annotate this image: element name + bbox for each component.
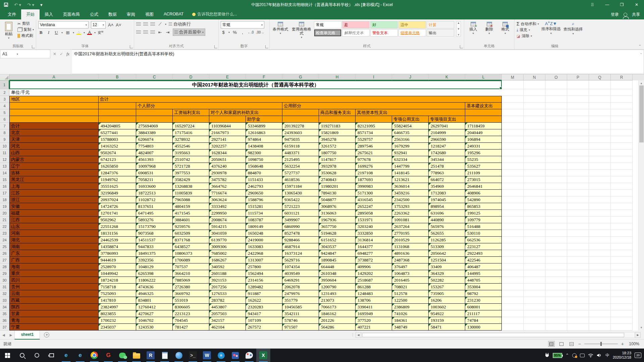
zoom-slider-thumb[interactable] (600, 342, 602, 346)
value-cell[interactable]: 32196849 (99, 190, 136, 196)
column-header-C[interactable]: C (136, 74, 173, 80)
region-cell[interactable]: 内蒙古 (9, 156, 99, 163)
value-cell[interactable]: 1807750 (319, 149, 356, 156)
empty-cell[interactable] (611, 103, 633, 109)
value-cell[interactable]: 195296 (465, 149, 502, 156)
empty-cell[interactable] (589, 237, 611, 243)
empty-cell[interactable] (589, 277, 611, 284)
value-cell[interactable]: 12847376 (99, 170, 136, 176)
value-cell[interactable]: 4039549 (282, 270, 319, 277)
value-cell[interactable]: 1046702 (136, 317, 173, 324)
value-cell[interactable]: 4483371 (282, 149, 319, 156)
empty-cell[interactable] (611, 129, 633, 136)
empty-cell[interactable] (611, 183, 633, 190)
increase-decimal-icon[interactable]: ←.0 (248, 31, 254, 34)
empty-cell[interactable] (589, 136, 611, 143)
column-header-H[interactable]: H (319, 74, 356, 80)
accounting-format-icon[interactable]: $ (221, 30, 226, 35)
value-cell[interactable]: 8371768 (173, 237, 209, 243)
region-cell[interactable]: 浙江 (9, 196, 99, 203)
empty-cell[interactable] (567, 103, 589, 109)
value-cell[interactable]: 12701741 (99, 210, 136, 217)
increase-indent-icon[interactable]: ⇥ (165, 30, 170, 35)
value-cell[interactable]: 7158718 (99, 284, 136, 290)
empty-header-cell[interactable] (465, 116, 502, 123)
empty-cell[interactable] (611, 89, 633, 96)
empty-cell[interactable] (611, 136, 633, 143)
region-cell[interactable]: 宁夏 (9, 324, 99, 330)
value-cell[interactable]: 1562494 (246, 270, 282, 277)
empty-cell[interactable] (589, 270, 611, 277)
column-header-P[interactable]: P (567, 74, 589, 80)
empty-cell[interactable] (545, 149, 567, 156)
value-cell[interactable]: 2263362 (392, 210, 429, 217)
value-cell[interactable]: 3136814 (356, 237, 392, 243)
empty-cell[interactable] (502, 270, 524, 277)
empty-cell[interactable] (524, 317, 545, 324)
find-select-button[interactable]: ⌕ 查找和选择▾ (563, 21, 583, 35)
value-cell[interactable]: 53346899 (246, 123, 282, 129)
header-cell[interactable]: 专项公用支出 (392, 116, 429, 123)
empty-cell[interactable] (524, 237, 545, 243)
value-cell[interactable]: 1074354 (282, 263, 319, 270)
value-cell[interactable]: 7058211 (136, 176, 173, 183)
empty-cell[interactable] (545, 109, 567, 116)
row-header-33[interactable]: 33 (0, 297, 9, 304)
row-header-29[interactable]: 29 (0, 270, 9, 277)
value-cell[interactable]: 3990983 (356, 183, 392, 190)
value-cell[interactable]: 2652247 (356, 203, 392, 210)
value-cell[interactable]: 4824007 (136, 149, 173, 156)
empty-cell[interactable] (524, 263, 545, 270)
value-cell[interactable]: 1588796 (246, 196, 282, 203)
horizontal-scrollbar[interactable]: ◀ ▶ (356, 332, 641, 338)
value-cell[interactable]: 231230 (465, 297, 502, 304)
row-header-27[interactable]: 27 (0, 257, 9, 263)
value-cell[interactable]: 16373124 (282, 250, 319, 257)
value-cell[interactable]: 664072 (429, 176, 465, 183)
value-cell[interactable]: 211117 (465, 310, 502, 317)
row-header-17[interactable]: 17 (0, 190, 9, 196)
value-cell[interactable]: 3738872 (356, 257, 392, 263)
value-cell[interactable]: 2125495 (282, 156, 319, 163)
region-cell[interactable]: 广西 (9, 257, 99, 263)
row-header-2[interactable]: 2 (0, 89, 9, 96)
vertical-scrollbar[interactable]: ▲ ▼ (638, 80, 644, 330)
value-cell[interactable]: 2057503 (209, 310, 246, 317)
zoom-level-label[interactable]: 100% (627, 342, 639, 346)
region-cell[interactable]: 北京 (9, 129, 99, 136)
value-cell[interactable]: 162622 (246, 297, 282, 304)
empty-cell[interactable] (611, 317, 633, 324)
terminal-icon[interactable]: >_ (186, 349, 200, 362)
volume-icon[interactable] (597, 353, 602, 357)
value-cell[interactable]: 982300 (246, 149, 282, 156)
value-cell[interactable]: 408906 (465, 190, 502, 196)
value-cell[interactable]: 5048877 (319, 196, 356, 203)
value-cell[interactable]: 12616863 (246, 129, 282, 136)
row-header-14[interactable]: 14 (0, 170, 9, 176)
empty-cell[interactable] (545, 136, 567, 143)
empty-cell[interactable] (524, 304, 545, 310)
value-cell[interactable]: 65277441 (99, 129, 136, 136)
value-cell[interactable]: 5721223 (282, 203, 319, 210)
empty-cell[interactable] (545, 317, 567, 324)
value-cell[interactable]: 1695949 (356, 310, 392, 317)
empty-cell[interactable] (567, 243, 589, 250)
number-format-combo[interactable]: 常规▾ (221, 21, 264, 28)
battery-icon[interactable]: 95% (553, 353, 562, 358)
region-cell[interactable]: 福建 (9, 210, 99, 217)
delete-cells-button[interactable]: ✕ 删除▾ (482, 21, 496, 35)
empty-cell[interactable] (524, 217, 545, 223)
value-cell[interactable]: 18491375 (136, 250, 173, 257)
sort-filter-button[interactable]: AꜜZ▼ 排序和筛选▾ (541, 21, 561, 35)
value-cell[interactable]: 251478 (429, 163, 465, 170)
empty-cell[interactable] (567, 163, 589, 170)
empty-cell[interactable] (502, 243, 524, 250)
value-cell[interactable]: 354969 (429, 183, 465, 190)
empty-cell[interactable] (524, 109, 545, 116)
row-header-36[interactable]: 36 (0, 317, 9, 324)
value-cell[interactable]: 3333492 (209, 203, 246, 210)
value-cell[interactable]: 512578 (392, 290, 429, 297)
empty-header-cell[interactable] (173, 116, 209, 123)
value-cell[interactable]: 2770195 (392, 230, 429, 237)
row-header-15[interactable]: 15 (0, 176, 9, 183)
